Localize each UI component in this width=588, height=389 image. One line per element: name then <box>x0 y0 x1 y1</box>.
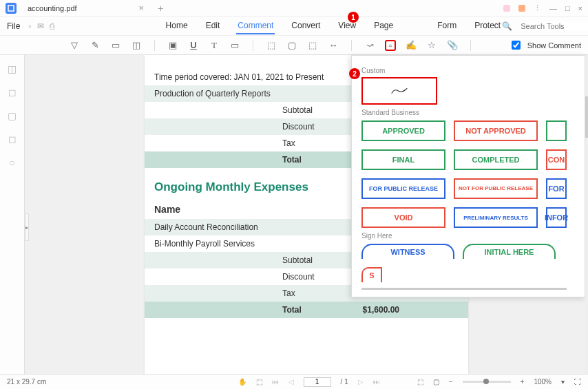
notification-icon[interactable] <box>518 5 525 12</box>
zoom-dropdown-icon[interactable]: ▾ <box>561 378 565 386</box>
stamp-completed[interactable]: COMPLETED <box>454 149 538 170</box>
textbox-icon[interactable]: ⬚ <box>266 40 277 51</box>
stamp-final[interactable]: FINAL <box>361 149 445 170</box>
divider <box>470 40 471 51</box>
callout-icon[interactable]: ▭ <box>229 40 240 51</box>
menu-form[interactable]: Form <box>436 18 458 34</box>
stamp-not-approved[interactable]: NOT APPROVED <box>454 120 538 141</box>
minimize-button[interactable]: — <box>549 4 557 12</box>
stamp-info[interactable]: INFOR <box>546 207 567 228</box>
zoom-in-icon[interactable]: + <box>521 378 525 386</box>
sign-label: Sign Here <box>361 232 575 240</box>
stamp-public-release[interactable]: FOR PUBLIC RELEASE <box>361 178 445 199</box>
total-row: Total$1,600.00 <box>145 302 468 318</box>
last-page-icon[interactable]: ⏭ <box>373 378 380 386</box>
collapse-handle[interactable]: ▸ <box>25 213 29 241</box>
stamp-for[interactable]: FOR <box>546 178 567 199</box>
menu-hidden <box>410 18 421 34</box>
document-tab[interactable]: accounting.pdf × <box>22 3 149 13</box>
shape-icon[interactable]: ▢ <box>286 40 297 51</box>
zoom-out-icon[interactable]: − <box>449 378 453 386</box>
file-menu[interactable]: File <box>7 21 20 31</box>
menu-comment[interactable]: Comment <box>236 18 275 34</box>
highlight-icon[interactable]: ▽ <box>69 40 80 51</box>
custom-stamp-signature[interactable] <box>361 77 437 105</box>
badge-1: 1 <box>348 12 359 23</box>
menu-edit[interactable]: Edit <box>204 18 222 34</box>
svg-rect-0 <box>8 6 14 11</box>
total-pages: / 1 <box>341 378 348 386</box>
stamp-initial[interactable]: INITIAL HERE <box>463 244 556 259</box>
menu-protect[interactable]: Protect <box>473 18 502 34</box>
workspace: ◫ ◻ ▢ ◻ ○ ▸ Time period covered: JAN 01,… <box>0 55 588 384</box>
stamps-panel: Custom 2 Standard Business APPROVED NOT … <box>351 55 585 297</box>
signature-icon[interactable]: ✍ <box>406 40 417 51</box>
menu-page[interactable]: Page <box>372 18 395 34</box>
show-comment-label: Show Comment <box>527 41 581 50</box>
page-input[interactable] <box>304 377 331 387</box>
prev-page-icon[interactable]: ◁ <box>288 378 294 386</box>
select-tool-icon[interactable]: ⬚ <box>256 378 262 386</box>
stamp-partial[interactable] <box>546 120 567 141</box>
text-icon[interactable]: T <box>209 40 220 51</box>
menu-bar: File ▫ ✉ ⎙ Home Edit Comment Convert Vie… <box>0 17 588 36</box>
search-icon: 🔍 <box>502 21 512 31</box>
stamp-not-public[interactable]: NOT FOR PUBLIC RELEASE <box>454 178 538 199</box>
search-input[interactable] <box>521 22 588 30</box>
stamp-confidential[interactable]: CON <box>546 149 567 170</box>
show-comment-checkbox[interactable] <box>512 41 521 50</box>
app-icon <box>6 3 17 14</box>
attach-icon[interactable]: 📎 <box>447 40 458 51</box>
standard-label: Standard Business <box>361 109 575 116</box>
next-page-icon[interactable]: ▷ <box>358 378 364 386</box>
line-icon[interactable]: ⬚ <box>307 40 318 51</box>
note-icon[interactable]: ▣ <box>167 40 178 51</box>
stamp-button[interactable] <box>385 40 396 51</box>
more-icon[interactable]: ⋮ <box>534 3 541 12</box>
area-icon[interactable]: ▭ <box>110 40 121 51</box>
stamp-preliminary[interactable]: PRELIMINARY RESULTS <box>454 207 538 228</box>
save-icon[interactable]: ▫ <box>28 21 31 31</box>
maximize-button[interactable]: □ <box>565 4 570 12</box>
main-menu: Home Edit Comment Convert View Page Form… <box>165 18 503 34</box>
divider <box>351 40 352 51</box>
page-dimensions: 21 x 29.7 cm <box>7 378 46 386</box>
new-tab-button[interactable]: + <box>158 3 163 14</box>
arrow-icon[interactable]: ⤻ <box>364 40 375 51</box>
tab-label: accounting.pdf <box>28 4 77 12</box>
menu-convert[interactable]: Convert <box>290 18 322 34</box>
fit-width-icon[interactable]: ⬚ <box>417 378 423 386</box>
vertical-scrollbar[interactable] <box>585 55 588 384</box>
stamp-void[interactable]: VOID <box>361 207 445 228</box>
hand-tool-icon[interactable]: ✋ <box>238 378 246 386</box>
panel-scrollbar[interactable] <box>361 288 567 290</box>
mail-icon[interactable]: ✉ <box>37 21 44 31</box>
comments-icon[interactable]: ○ <box>7 157 18 168</box>
stamp-sign[interactable]: S <box>361 267 382 282</box>
fit-page-icon[interactable]: ▢ <box>433 378 439 386</box>
star-icon[interactable]: ☆ <box>426 40 437 51</box>
first-page-icon[interactable]: ⏮ <box>272 378 279 386</box>
attachments-icon[interactable]: ◻ <box>7 134 18 145</box>
zoom-slider[interactable] <box>463 381 511 383</box>
comment-toolbar: ▽ ✎ ▭ ◫ ▣ U T ▭ ⬚ ▢ ⬚ ↔ ⤻ ✍ ☆ 📎 Show Com… <box>0 36 588 55</box>
underline-icon[interactable]: U <box>188 40 199 51</box>
bookmark-icon[interactable]: ◻ <box>7 87 18 98</box>
title-bar: accounting.pdf × + ⋮ — □ × <box>0 0 588 17</box>
print-icon[interactable]: ⎙ <box>50 21 54 31</box>
close-button[interactable]: × <box>578 4 582 12</box>
left-sidebar: ◫ ◻ ▢ ◻ ○ <box>0 55 25 384</box>
eraser-icon[interactable]: ◫ <box>131 40 142 51</box>
stamp-witness[interactable]: WITNESS <box>361 244 454 259</box>
fullscreen-icon[interactable]: ⛶ <box>574 378 581 386</box>
close-tab-icon[interactable]: × <box>139 3 145 13</box>
menu-home[interactable]: Home <box>165 18 189 34</box>
pen-icon[interactable]: ✎ <box>90 40 101 51</box>
thumbnails-icon[interactable]: ◫ <box>7 63 18 74</box>
status-bar: 21 x 29.7 cm ✋ ⬚ ⏮ ◁ / 1 ▷ ⏭ ⬚ ▢ − + 100… <box>0 374 588 389</box>
gem-icon[interactable] <box>503 5 510 12</box>
layers-icon[interactable]: ▢ <box>7 110 18 121</box>
stamp-approved[interactable]: APPROVED <box>361 120 445 141</box>
zoom-value: 100% <box>534 378 552 386</box>
measure-icon[interactable]: ↔ <box>328 40 339 51</box>
